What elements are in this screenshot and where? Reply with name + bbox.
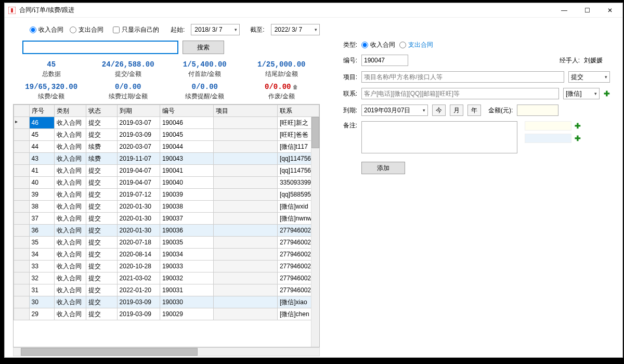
table-row[interactable]: 38收入合同提交2020-01-30190038[微信]wxid <box>14 201 319 213</box>
project-input[interactable] <box>361 71 564 83</box>
window-title: 合同/订单/续费/跟进 <box>19 6 558 15</box>
column-header[interactable]: 类别 <box>55 105 86 117</box>
chevron-down-icon: ▾ <box>315 27 317 32</box>
table-row[interactable]: 43收入合同续费2019-11-07190043[qq]114756 <box>14 153 319 165</box>
column-header[interactable]: 序号 <box>29 105 55 117</box>
content: 收入合同 支出合同 只显示自己的 起始: 2018/ 3/ 7▾ 截至: 202… <box>5 18 622 357</box>
table-row[interactable]: 39收入合同提交2019-07-12190039[qq]588595 <box>14 189 319 201</box>
handler-value: 刘媛媛 <box>584 56 610 65</box>
add-tag1-icon[interactable]: ✚ <box>575 122 581 130</box>
memo-input[interactable] <box>361 121 517 153</box>
table-row[interactable]: 30收入合同提交2019-03-09190030[微信]xiao <box>14 296 319 308</box>
vertical-scrollbar[interactable] <box>311 117 319 347</box>
close-button[interactable]: ✕ <box>604 7 616 14</box>
column-header[interactable]: 到期 <box>117 105 160 117</box>
window-controls: — ☐ ✕ <box>558 7 619 14</box>
chevron-down-icon: ▾ <box>235 27 237 32</box>
end-date-label: 截至: <box>250 25 264 34</box>
today-button[interactable]: 今 <box>432 105 446 116</box>
metric: 0/0.00续费提醒/金额 <box>166 83 243 101</box>
column-header[interactable]: 状态 <box>86 105 117 117</box>
memo-label: 备注: <box>335 121 357 130</box>
metrics-row-1: 45总数据24/26,588.00提交/金额1/5,400.00付首款/金额1/… <box>13 54 320 82</box>
table-row[interactable]: 29收入合同提交2019-03-09190029[微信]chen <box>14 308 319 320</box>
metric: 1/25,000.00结尾款/金额 <box>243 60 320 79</box>
search-button[interactable]: 搜索 <box>183 41 224 54</box>
start-date-input[interactable]: 2018/ 3/ 7▾ <box>191 24 240 35</box>
metric: 0/0.00续费过期/金额 <box>90 83 167 101</box>
app-icon <box>8 6 16 15</box>
year-button[interactable]: 年 <box>467 105 481 116</box>
chevron-down-icon: ▾ <box>423 108 425 113</box>
chevron-down-icon: ▾ <box>605 74 607 80</box>
contact-type-combo[interactable]: [微信]▾ <box>563 88 600 99</box>
add-button[interactable]: 添加 <box>361 162 405 174</box>
handler-label: 经手人: <box>560 56 580 65</box>
status-combo[interactable]: 提交▾ <box>568 71 610 83</box>
right-pane: 类型: 收入合同 支出合同 编号: 经手人: 刘媛媛 项目: <box>325 41 614 356</box>
due-date-input[interactable]: 2019年03月07日▾ <box>361 105 428 116</box>
metrics-row-2: 19/65,320.00续费/金额0/0.00续费过期/金额0/0.00续费提醒… <box>13 82 320 104</box>
table-row[interactable]: 45收入合同提交2019-03-09190045[旺旺]爸爸 <box>14 129 319 141</box>
metric: 1/5,400.00付首款/金额 <box>166 60 243 79</box>
minimize-button[interactable]: — <box>558 7 570 14</box>
svg-rect-1 <box>11 8 13 12</box>
month-button[interactable]: 月 <box>450 105 463 116</box>
column-header[interactable]: 项目 <box>214 105 278 117</box>
maximize-button[interactable]: ☐ <box>581 7 593 14</box>
metric: 24/26,588.00提交/金额 <box>90 60 167 79</box>
filter-only-mine-checkbox[interactable]: 只显示自己的 <box>113 25 159 34</box>
start-date-label: 起始: <box>171 25 185 34</box>
horizontal-scrollbar[interactable] <box>13 347 320 356</box>
table-row[interactable]: 35收入合同提交2020-07-181900352779460028 <box>14 237 319 249</box>
amount-input[interactable] <box>517 105 558 116</box>
filter-row: 收入合同 支出合同 只显示自己的 起始: 2018/ 3/ 7▾ 截至: 202… <box>13 22 614 41</box>
main-window: 合同/订单/续费/跟进 — ☐ ✕ 收入合同 支出合同 只显示自己的 起始: 2… <box>4 3 623 358</box>
id-label: 编号: <box>335 56 357 65</box>
titlebar: 合同/订单/续费/跟进 — ☐ ✕ <box>5 3 622 18</box>
table-row[interactable]: 36收入合同提交2020-01-301900362779460028 <box>14 225 319 237</box>
table-row[interactable]: 33收入合同提交2020-10-281900332779460028 <box>14 261 319 272</box>
end-date-input[interactable]: 2022/ 3/ 7▾ <box>271 24 320 35</box>
table-row[interactable]: ▸46收入合同提交2019-03-07190046[旺旺]新之 <box>14 117 319 129</box>
split-pane: 搜索 45总数据24/26,588.00提交/金额1/5,400.00付首款/金… <box>13 41 614 356</box>
contact-label: 联系: <box>335 89 357 98</box>
metric: 45总数据 <box>13 60 90 79</box>
table-row[interactable]: 41收入合同提交2019-04-07190041[qq]114756 <box>14 165 319 177</box>
metric: 0/0.00🗑作废/金额 <box>243 83 320 101</box>
search-input[interactable] <box>22 41 178 54</box>
left-pane: 搜索 45总数据24/26,588.00提交/金额1/5,400.00付首款/金… <box>13 41 320 356</box>
form-income-radio[interactable]: 收入合同 <box>361 41 395 49</box>
filter-income-radio[interactable]: 收入合同 <box>30 25 63 34</box>
add-tag2-icon[interactable]: ✚ <box>575 134 581 142</box>
tag-slot-2[interactable] <box>525 134 571 143</box>
contract-grid[interactable]: 序号类别状态到期编号项目联系 ▸46收入合同提交2019-03-07190046… <box>13 104 320 347</box>
contact-input[interactable] <box>361 88 559 99</box>
tag-slot-1[interactable] <box>525 121 571 131</box>
chevron-down-icon: ▾ <box>594 91 597 96</box>
table-row[interactable]: 32收入合同提交2021-03-021900322779460028 <box>14 272 319 284</box>
filter-expense-radio[interactable]: 支出合同 <box>70 25 103 34</box>
project-label: 项目: <box>335 73 357 82</box>
amount-label: 金额(元): <box>488 106 513 115</box>
add-contact-icon[interactable]: ✚ <box>604 89 610 98</box>
table-row[interactable]: 40收入合同提交2019-04-071900403350933991 <box>14 177 319 189</box>
table-row[interactable]: 34收入合同提交2020-08-141900342779460028 <box>14 249 319 261</box>
table-row[interactable]: 31收入合同提交2022-01-201900312779460028 <box>14 284 319 296</box>
table-row[interactable]: 37收入合同提交2020-01-30190037[微信]nwnw <box>14 213 319 225</box>
due-label: 到期: <box>335 106 357 115</box>
id-input[interactable] <box>361 55 408 66</box>
table-row[interactable]: 44收入合同续费2020-03-07190044[微信]t117 <box>14 141 319 153</box>
metric: 19/65,320.00续费/金额 <box>13 83 90 101</box>
type-label: 类型: <box>335 41 357 49</box>
trash-icon[interactable]: 🗑 <box>293 84 298 90</box>
column-header[interactable]: 编号 <box>160 105 214 117</box>
search-row: 搜索 <box>13 41 320 54</box>
form-expense-radio[interactable]: 支出合同 <box>399 41 433 49</box>
column-header[interactable]: 联系 <box>277 105 319 117</box>
